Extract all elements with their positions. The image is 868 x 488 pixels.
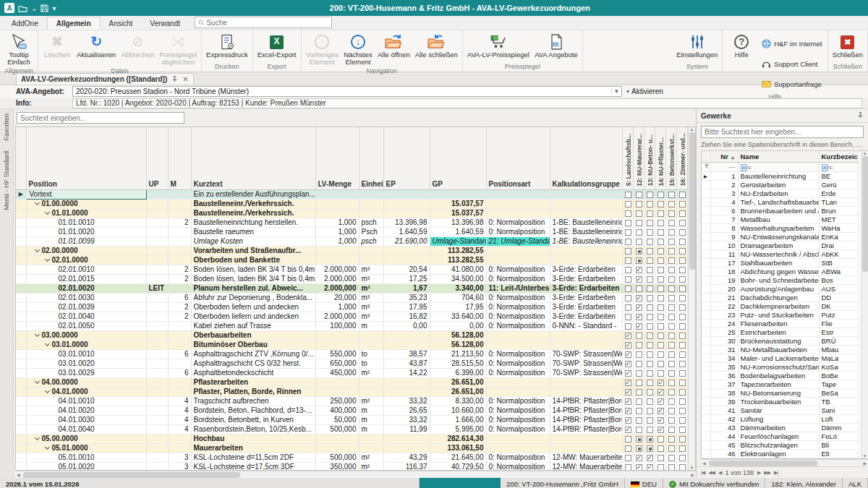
cell-gp[interactable]: 21.213,50 (430, 349, 486, 359)
cell-kurztext[interactable]: Ein zu erstellender Ausführungsplan... (191, 189, 315, 199)
gewerk-checkbox[interactable] (668, 295, 675, 301)
column-header-gewerk[interactable]: 12: NU-Maurerar... (633, 127, 644, 189)
gewerke-row[interactable]: 20Ausrüstung/AnlagenbauAUS (702, 284, 858, 293)
cell-kalkulationsgruppe[interactable]: 14-PfBR: Pflaster|Borde|... (550, 415, 622, 424)
grid-row[interactable]: 03.01.00106Asphalttragschicht ZTV ,Körnu… (16, 349, 687, 359)
grid-row[interactable]: 03.01.0000Bituminöser Oberbau56.128,00 (16, 340, 687, 349)
gewerk-checkbox[interactable] (647, 408, 653, 414)
cell-up[interactable] (146, 218, 168, 227)
cell-ep[interactable] (383, 208, 430, 218)
cell-ep[interactable] (383, 255, 430, 265)
cell-kurztext[interactable]: Baustelleneinr./Verkehrssich. (191, 199, 315, 208)
gewerke-row[interactable]: 43DämmarbeitenDämm (702, 423, 858, 432)
gewerk-checkbox[interactable] (668, 408, 675, 414)
cell-kurztext[interactable]: Rasenbordstein,Beton, 10/25,Kesb... (191, 424, 315, 434)
gewerke-col-name[interactable]: Name (738, 151, 819, 162)
cell-gp[interactable]: 56.128,00 (430, 340, 486, 349)
grid-row[interactable]: 05.01.00103KSL-Lochsteine d=11,5cm 2DF50… (16, 453, 687, 462)
gewerk-checkbox[interactable] (658, 380, 664, 386)
cell-ep[interactable] (383, 199, 430, 208)
cell-kalkulationsgruppe[interactable]: 14-PfBR: Pflaster|Borde|... (550, 406, 622, 415)
cell-up[interactable] (146, 199, 168, 208)
pager-nextpage-icon[interactable]: ▶▶ (764, 470, 770, 476)
cell-lv-menge[interactable]: 350,000 (315, 462, 359, 470)
cell-m[interactable]: 6 (168, 349, 191, 359)
cell-ep[interactable] (383, 443, 430, 453)
cell-position[interactable]: 01.01.0010 (26, 218, 146, 227)
gewerk-checkbox[interactable] (679, 370, 686, 377)
column-header-gewerk[interactable]: 5: Landschaftsb... (622, 127, 633, 189)
cell-up[interactable] (146, 255, 168, 265)
cell-gp[interactable]: 21.645,00 (430, 453, 486, 462)
cell-lv-menge[interactable]: 1,000 (315, 236, 359, 246)
gewerk-checkbox[interactable] (636, 445, 642, 452)
cell-kurztext[interactable]: Pflaster, Platten, Borde, Rinnen (191, 387, 315, 396)
gewerk-checkbox[interactable] (658, 295, 664, 301)
cell-positionsart[interactable]: 11: Leit-/Unterbeschr. (486, 283, 550, 293)
cell-kalkulationsgruppe[interactable] (550, 377, 622, 387)
cell-up[interactable] (146, 274, 168, 283)
cell-m[interactable] (168, 255, 191, 265)
gewerk-checkbox[interactable] (647, 323, 653, 330)
gewerk-checkbox[interactable] (679, 295, 686, 301)
gewerk-checkbox[interactable] (647, 239, 653, 245)
pager-first-icon[interactable]: |◀ (701, 470, 705, 476)
cell-position[interactable]: 04.00.0000 (26, 377, 146, 387)
gewerk-checkbox[interactable] (658, 267, 664, 273)
cell-kurztext[interactable]: Umlage Kosten (191, 236, 315, 246)
cell-m[interactable] (168, 377, 191, 387)
cell-up[interactable] (146, 208, 168, 218)
gewerk-checkbox[interactable] (625, 239, 631, 245)
gewerke-row[interactable]: 25EstricharbeitenEstr (702, 328, 858, 336)
cell-kurztext[interactable]: Baustelleneinr./Verkehrssich. (191, 208, 315, 218)
gewerk-checkbox[interactable] (679, 445, 686, 452)
column-header-gewerk[interactable]: 14: NU-Pflaster... (655, 127, 665, 189)
gewerk-checkbox[interactable] (625, 304, 631, 311)
cell-positionsart[interactable]: 0: Normalposition (486, 396, 550, 406)
gewerk-checkbox[interactable] (668, 304, 675, 311)
grid-row[interactable]: 03.00.0000Oberbauarbeiten56.128,00 (16, 330, 687, 340)
cell-position[interactable]: 01.01.0000 (26, 208, 146, 218)
cell-m[interactable]: 2 (168, 274, 191, 283)
gewerk-checkbox[interactable] (668, 445, 675, 452)
cell-position[interactable]: 05.01.0000 (26, 443, 146, 453)
cell-ep[interactable]: 1.640,59 (383, 227, 430, 236)
cell-ep[interactable] (383, 387, 430, 396)
gewerk-checkbox[interactable] (658, 304, 664, 311)
gewerk-checkbox[interactable] (636, 417, 642, 424)
cell-kalkulationsgruppe[interactable] (550, 387, 622, 396)
cell-positionsart[interactable]: 0: Normalposition (486, 218, 550, 227)
cell-positionsart[interactable]: 0: Normalposition (486, 293, 550, 302)
cell-einheit[interactable]: Psch (359, 227, 383, 236)
cell-m[interactable] (168, 208, 191, 218)
cell-m[interactable] (168, 236, 191, 246)
grid-row[interactable]: 02.01.00402Oberboden liefern und andecke… (16, 312, 687, 321)
cell-lv-menge[interactable] (315, 377, 359, 387)
cell-einheit[interactable] (359, 387, 383, 396)
cell-positionsart[interactable] (486, 377, 550, 387)
angebot-combobox[interactable]: 2020-020: Preussen Stadion - Nord Tribün… (72, 86, 622, 97)
cell-einheit[interactable]: psch (359, 218, 383, 227)
cell-kalkulationsgruppe[interactable] (550, 208, 622, 218)
cell-up[interactable] (146, 377, 168, 387)
gewerk-checkbox[interactable] (636, 276, 642, 283)
cell-m[interactable] (168, 443, 191, 453)
cell-m[interactable]: 3 (168, 453, 191, 462)
gewerk-checkbox[interactable] (625, 276, 631, 283)
gewerke-row[interactable]: 46ElektroanlagenElt (702, 449, 858, 458)
gewerk-checkbox[interactable] (668, 239, 675, 245)
cell-position[interactable]: 04.01.0010 (26, 396, 146, 406)
cell-kurztext[interactable]: Oberboden liefern und andecken (191, 312, 315, 321)
gewerke-row[interactable]: 6Brunnenbauarbeiten und Aufschlu...Brun (702, 206, 858, 215)
cell-position[interactable]: 05.00.0000 (26, 434, 146, 443)
grid-row[interactable]: 01.01.0000Baustelleneinr./Verkehrssich.1… (16, 208, 687, 218)
gewerk-checkbox[interactable] (679, 220, 686, 226)
supportanfrage-button[interactable]: Supportanfrage (762, 74, 822, 93)
gewerk-checkbox[interactable] (668, 192, 675, 198)
cell-kalkulationsgruppe[interactable] (550, 246, 622, 255)
cell-kalkulationsgruppe[interactable] (550, 255, 622, 265)
cell-kurztext[interactable]: Asphalttragschicht ZTV ,Körnung 0/... (191, 349, 315, 359)
gewerke-row[interactable]: 24FliesenarbeitenFlie (702, 319, 858, 328)
cell-ep[interactable]: 0,00 (383, 321, 430, 330)
cell-ep[interactable]: 35,23 (383, 293, 430, 302)
